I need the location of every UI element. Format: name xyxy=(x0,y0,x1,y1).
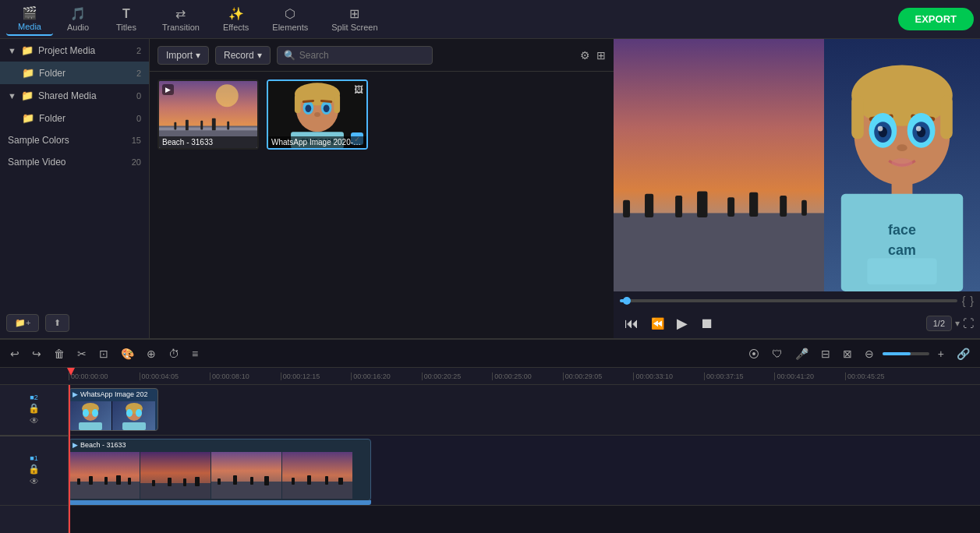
sidebar-item-sample-video[interactable]: Sample Video 20 xyxy=(0,151,149,173)
nav-transition[interactable]: ⇄ Transition xyxy=(151,3,211,35)
titles-icon: T xyxy=(122,7,130,21)
export-button[interactable]: EXPORT xyxy=(898,8,974,30)
svg-rect-26 xyxy=(645,194,653,217)
track-v1-eye[interactable]: 👁 xyxy=(30,476,39,487)
clip-beach-label: ▶ Beach - 31633 xyxy=(73,441,126,449)
playhead-line xyxy=(69,385,70,533)
motion-button[interactable]: ⦿ xyxy=(745,345,763,362)
svg-rect-7 xyxy=(212,118,216,131)
clip-whatsapp-text: WhatsApp Image 202 xyxy=(80,390,148,398)
ruler-mark-5: 00:00:20:25 xyxy=(422,372,493,380)
svg-rect-83 xyxy=(264,476,269,485)
delete-button[interactable]: 🗑 xyxy=(50,345,69,362)
beach-frame3 xyxy=(211,452,281,499)
tl-zoom-fill xyxy=(883,352,911,355)
beach-frame2 xyxy=(140,452,211,499)
import-folder-button[interactable]: ⬆ xyxy=(45,314,69,332)
frame-back-button[interactable]: ⏪ xyxy=(646,316,669,331)
sidebar-bottom: 📁+ ⬆ xyxy=(0,308,149,338)
nav-elements[interactable]: ⬡ Elements xyxy=(261,3,319,35)
subtitle-button[interactable]: ⊟ xyxy=(817,345,834,362)
cut-button[interactable]: ✂ xyxy=(73,345,90,362)
undo-button[interactable]: ↩ xyxy=(6,345,23,362)
sidebar-item-project-media[interactable]: ▼ 📁 Project Media 2 xyxy=(0,39,149,62)
mask-button[interactable]: 🛡 xyxy=(768,345,787,362)
sidebar-item-shared-media[interactable]: ▼ 📁 Shared Media 0 xyxy=(0,84,149,107)
sidebar-item-project-folder[interactable]: 📁 Folder 2 xyxy=(0,62,149,84)
sidebar-item-sample-colors[interactable]: Sample Colors 15 xyxy=(0,129,149,151)
svg-rect-70 xyxy=(116,475,121,485)
filter-button[interactable]: ⚙ xyxy=(580,49,590,62)
minus-button[interactable]: ⊖ xyxy=(861,345,878,362)
fullscreen-button[interactable]: ⛶ xyxy=(963,317,974,330)
svg-rect-5 xyxy=(186,120,189,131)
frame-avatar-svg1 xyxy=(75,402,106,430)
clip-frame-avatar2 xyxy=(112,401,155,431)
bracket-left[interactable]: { xyxy=(962,295,966,307)
svg-rect-68 xyxy=(89,476,93,485)
svg-rect-37 xyxy=(940,96,953,139)
beach-frame-svg2 xyxy=(140,452,211,499)
color-button[interactable]: 🎨 xyxy=(117,345,138,362)
new-folder-button[interactable]: 📁+ xyxy=(6,314,39,332)
svg-rect-13 xyxy=(334,94,340,113)
nav-effects[interactable]: ✨ Effects xyxy=(212,3,260,35)
record-dropdown[interactable]: Record ▾ xyxy=(215,46,271,65)
track-content: ▶ WhatsApp Image 202 xyxy=(69,385,980,533)
step-back-button[interactable]: ⏮ xyxy=(620,314,643,334)
sidebar-item-shared-folder[interactable]: 📁 Folder 0 xyxy=(0,107,149,129)
svg-rect-86 xyxy=(292,478,295,485)
svg-text:face: face xyxy=(888,222,916,238)
add-track-button[interactable]: + xyxy=(934,345,948,362)
svg-rect-74 xyxy=(152,480,155,486)
nav-media[interactable]: 🎬 Media xyxy=(6,2,53,36)
search-icon: 🔍 xyxy=(284,50,295,61)
svg-rect-6 xyxy=(200,121,203,130)
track-v2-eye[interactable]: 👁 xyxy=(30,415,39,426)
search-input[interactable] xyxy=(299,50,426,61)
clip-beach[interactable]: ▶ Beach - 31633 xyxy=(69,439,371,501)
svg-rect-64 xyxy=(122,422,146,430)
media-item-beach[interactable]: ▶ Beach - 31633 xyxy=(157,79,259,150)
ruler-mark-6: 00:00:25:00 xyxy=(492,372,563,380)
svg-rect-87 xyxy=(307,475,311,485)
bracket-right[interactable]: } xyxy=(970,295,974,307)
svg-point-20 xyxy=(314,112,320,117)
track-v2-lock[interactable]: 🔒 xyxy=(28,403,40,414)
import-dropdown[interactable]: Import ▾ xyxy=(157,46,209,65)
audio-button[interactable]: ≡ xyxy=(188,345,202,362)
nav-titles[interactable]: T Titles xyxy=(103,4,150,35)
nav-effects-label: Effects xyxy=(223,23,249,32)
media-item-whatsapp[interactable]: FACE CAM 🖼 ✓ WhatsApp Image 2020-1... xyxy=(267,79,368,150)
track-label-v2: ■2 🔒 👁 xyxy=(0,385,68,436)
play-button[interactable]: ▶ xyxy=(672,313,692,334)
page-indicator[interactable]: 1/2 xyxy=(926,316,952,331)
tl-zoom-track[interactable] xyxy=(883,352,929,355)
sample-video-label: Sample Video xyxy=(8,157,66,168)
search-box[interactable]: 🔍 xyxy=(277,46,433,65)
track-v1-lock[interactable]: 🔒 xyxy=(28,464,40,475)
redo-button[interactable]: ↪ xyxy=(28,345,45,362)
overlay-button[interactable]: ⊕ xyxy=(143,345,160,362)
svg-rect-75 xyxy=(168,478,172,486)
beach-frame1 xyxy=(69,452,140,499)
stop-button[interactable]: ⏹ xyxy=(695,314,719,334)
link-button[interactable]: 🔗 xyxy=(953,345,974,362)
clip-whatsapp[interactable]: ▶ WhatsApp Image 202 xyxy=(69,388,158,431)
speed-button[interactable]: ⏱ xyxy=(165,345,183,362)
crop-button[interactable]: ⊡ xyxy=(95,345,112,362)
audio-icon: 🎵 xyxy=(70,6,86,21)
svg-rect-82 xyxy=(250,477,253,485)
import-label: Import xyxy=(166,50,193,61)
svg-rect-24 xyxy=(614,213,824,291)
nav-splitscreen[interactable]: ⊞ Split Screen xyxy=(320,3,388,35)
sidebar-space xyxy=(0,173,149,308)
split-button[interactable]: ⊠ xyxy=(839,345,856,362)
scrubber-track[interactable] xyxy=(620,299,957,302)
ruler-mark-3: 00:00:12:15 xyxy=(281,372,352,380)
nav-audio[interactable]: 🎵 Audio xyxy=(55,3,101,35)
grid-view-button[interactable]: ⊞ xyxy=(596,49,606,62)
voice-button[interactable]: 🎤 xyxy=(791,345,812,362)
svg-rect-81 xyxy=(233,475,237,485)
shared-expand-arrow: ▼ xyxy=(8,91,16,101)
